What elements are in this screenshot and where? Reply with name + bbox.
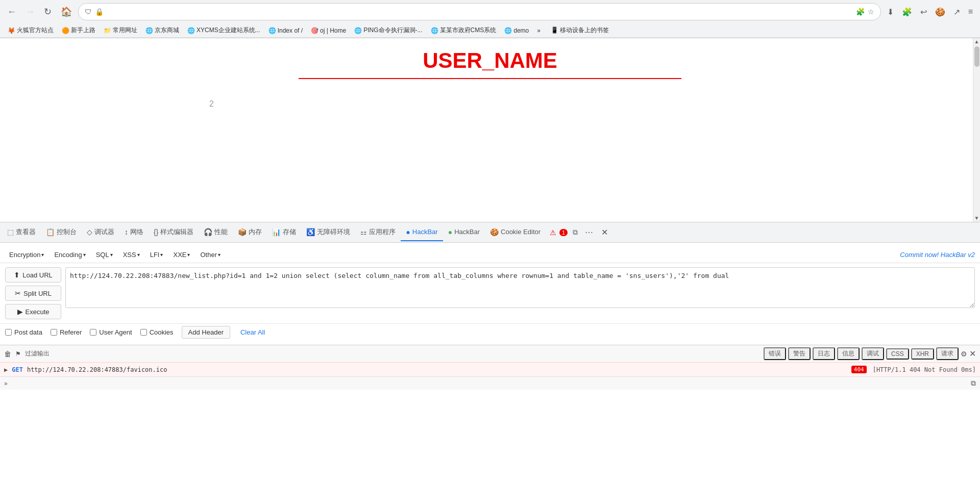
console-tab-logs[interactable]: 日志 [813, 347, 835, 360]
tab-inspector[interactable]: ⬚ 查看器 [2, 223, 41, 242]
bookmark-icon-index: 🌐 [268, 27, 276, 34]
menu-button[interactable]: ≡ [965, 5, 976, 18]
hackbar-menu-lfi[interactable]: LFI ▾ [146, 249, 167, 261]
console-close-button[interactable]: ✕ [969, 349, 976, 359]
sql-arrow: ▾ [110, 252, 113, 258]
bottom-expand-label[interactable]: » [4, 380, 8, 387]
share-button[interactable]: ↗ [950, 5, 963, 19]
download-button[interactable]: ⬇ [884, 5, 897, 19]
console-tab-xhr[interactable]: XHR [911, 348, 934, 360]
bookmark-newbie[interactable]: 🟠 新手上路 [58, 24, 99, 36]
bookmark-jd[interactable]: 🌐 京东商城 [142, 24, 183, 36]
bookmark-mobile[interactable]: 📱 移动设备上的书签 [547, 24, 612, 36]
tab-cookie-editor[interactable]: 🍪 Cookie Editor [485, 224, 546, 241]
tab-storage[interactable]: 📊 存储 [267, 223, 301, 242]
tab-hackbar[interactable]: ● HackBar [401, 224, 443, 241]
console-tab-errors[interactable]: 错误 [764, 347, 786, 360]
bookmark-xycms[interactable]: 🌐 XYCMS企业建站系统... [184, 24, 264, 36]
tab-debugger[interactable]: ◇ 调试器 [82, 223, 119, 242]
bookmark-index[interactable]: 🌐 Index of / [265, 25, 306, 36]
hackbar-menu-encryption[interactable]: Encryption ▾ [5, 249, 48, 261]
forward-button[interactable]: → [22, 5, 38, 19]
page-scrollbar[interactable]: ▲ ▼ [973, 38, 980, 222]
console-tab-debug[interactable]: 调试 [862, 347, 884, 360]
hackbar-menu-other[interactable]: Other ▾ [196, 249, 225, 261]
history-button[interactable]: ↩ [917, 5, 930, 19]
log-expand-button[interactable]: ▶ [4, 366, 8, 373]
home-button[interactable]: 🏠 [58, 4, 75, 19]
bookmark-oj[interactable]: 🎯 oj | Home [307, 25, 350, 36]
tab-network[interactable]: ↕ 网络 [119, 223, 149, 242]
devtools-action-buttons: ⧉ ⋯ ✕ [570, 225, 612, 239]
debugger-icon: ◇ [87, 228, 92, 236]
referer-input[interactable] [51, 329, 57, 336]
post-data-input[interactable] [5, 329, 12, 336]
performance-icon: 🎧 [204, 228, 212, 236]
cookie-button[interactable]: 🍪 [932, 5, 948, 19]
bottom-right-actions: ⧉ [971, 379, 976, 388]
devtools: ⬚ 查看器 📋 控制台 ◇ 调试器 ↕ 网络 {} 样式编辑器 🎧 性能 📦 内… [0, 222, 980, 390]
clear-all-button[interactable]: Clear All [240, 328, 265, 336]
console-tab-info[interactable]: 信息 [837, 347, 860, 360]
page-title: USER_NAME [423, 48, 557, 73]
hackbar-menu-sql[interactable]: SQL ▾ [92, 249, 117, 261]
hackbar-url-textarea[interactable]: http://124.70.22.208:47883/new_list.php?… [65, 267, 975, 308]
log-status-badge: 404 [851, 366, 867, 373]
tab-hackbar2[interactable]: ● HackBar [443, 224, 485, 241]
add-header-button[interactable]: Add Header [182, 326, 230, 339]
lock-icon: 🔒 [95, 8, 104, 16]
tab-accessibility[interactable]: ♿ 无障碍环境 [301, 223, 355, 242]
error-indicator: ⚠ 1 [550, 228, 568, 237]
devtools-close-button[interactable]: ✕ [597, 225, 612, 239]
devtools-more-button[interactable]: ⋯ [582, 225, 596, 239]
scroll-thumb[interactable] [974, 46, 979, 67]
user-agent-input[interactable] [90, 329, 96, 336]
bookmark-icon-jd: 🌐 [145, 27, 153, 34]
page-content: USER_NAME 2 [0, 38, 980, 222]
tab-console[interactable]: 📋 控制台 [41, 223, 82, 242]
page-number: 2 [209, 99, 214, 109]
bookmarks-more[interactable]: » [533, 25, 544, 36]
bookmark-common-urls[interactable]: 📁 常用网址 [100, 24, 141, 36]
tab-memory[interactable]: 📦 内存 [233, 223, 267, 242]
devtools-resize-button[interactable]: ⧉ [570, 225, 581, 239]
encoding-arrow: ▾ [83, 252, 86, 258]
post-data-checkbox[interactable]: Post data [5, 328, 42, 336]
page-divider [299, 78, 681, 79]
bookmark-demo[interactable]: 🌐 demo [501, 25, 532, 36]
hackbar-menu-xss[interactable]: XSS ▾ [119, 249, 144, 261]
execute-button[interactable]: ▶ Execute [5, 304, 61, 319]
scroll-down-arrow[interactable]: ▼ [974, 215, 979, 222]
tab-performance[interactable]: 🎧 性能 [199, 223, 233, 242]
trash-icon[interactable]: 🗑 [4, 350, 11, 358]
tab-applications[interactable]: ⚏ 应用程序 [355, 223, 401, 242]
cookies-checkbox[interactable]: Cookies [140, 328, 174, 336]
scroll-up-arrow[interactable]: ▲ [974, 38, 979, 45]
hackbar-menu-xxe[interactable]: XXE ▾ [169, 249, 194, 261]
reload-button[interactable]: ↻ [41, 4, 55, 19]
bottom-resize-button[interactable]: ⧉ [971, 379, 976, 388]
console-settings-button[interactable]: ⚙ [961, 350, 967, 358]
bookmark-firefox[interactable]: 🦊 火狐官方站点 [4, 24, 57, 36]
cookies-input[interactable] [140, 329, 147, 336]
tab-style[interactable]: {} 样式编辑器 [149, 223, 199, 242]
console-tab-css[interactable]: CSS [886, 348, 909, 360]
load-url-button[interactable]: ⬆ Load URL [5, 267, 61, 283]
devtools-tabs: ⬚ 查看器 📋 控制台 ◇ 调试器 ↕ 网络 {} 样式编辑器 🎧 性能 📦 内… [0, 222, 980, 243]
user-agent-checkbox[interactable]: User Agent [90, 328, 132, 336]
extensions-button[interactable]: 🧩 [899, 5, 915, 19]
filter-output-label[interactable]: 过滤输出 [25, 349, 50, 358]
console-tab-warnings[interactable]: 警告 [788, 347, 811, 360]
hackbar-menu-encoding[interactable]: Encoding ▾ [50, 249, 89, 261]
address-input[interactable]: 124.70.22.208:47883/new_list.php?id=1 an… [107, 8, 853, 16]
network-icon: ↕ [125, 228, 128, 236]
bookmark-icon-folder: 📁 [104, 27, 111, 34]
bookmark-icon-cms: 🌐 [431, 27, 438, 34]
bookmark-cms[interactable]: 🌐 某某市政府CMS系统 [427, 24, 500, 36]
console-tab-requests[interactable]: 请求 [936, 347, 959, 360]
back-button[interactable]: ← [4, 5, 19, 19]
bookmark-ping[interactable]: 🌐 PING命令执行漏洞-... [351, 24, 426, 36]
referer-checkbox[interactable]: Referer [51, 328, 82, 336]
commit-now-label[interactable]: Commit now! HackBar v2 [900, 251, 975, 259]
split-url-button[interactable]: ✂ Split URL [5, 286, 61, 301]
